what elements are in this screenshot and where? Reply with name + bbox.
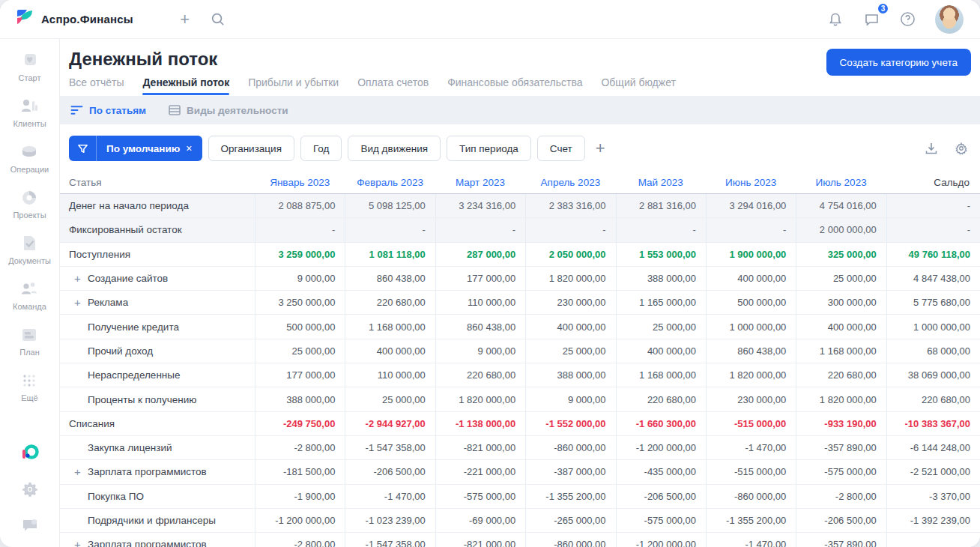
sidebar-item-documents[interactable]: Документы [8, 234, 51, 265]
tab-report[interactable]: Прибыли и убытки [248, 76, 339, 94]
column-header-article[interactable]: Статья [60, 177, 255, 188]
cell-saldo-value: 38 069 000,00 [886, 363, 980, 387]
cell-month-value: 9 000,00 [525, 387, 615, 411]
search-icon[interactable] [205, 7, 231, 32]
cell-month-value: 25 000,00 [616, 315, 706, 338]
table-row[interactable]: Списания-249 750,00-2 944 927,00-1 138 0… [60, 412, 980, 436]
table-row[interactable]: Фиксированный остаток------2 000 000,00- [60, 218, 980, 242]
cell-month-value: -1 023 239,00 [345, 509, 435, 532]
table-row[interactable]: Поступления3 259 000,001 081 118,00287 0… [60, 243, 980, 267]
sidebar-item-operations[interactable]: Операции [8, 142, 51, 174]
create-plus-icon[interactable]: + [172, 7, 198, 32]
table-row[interactable]: +Реклама3 250 000,00220 680,00110 000,00… [60, 291, 980, 315]
cell-month-value: -1 138 000,00 [435, 412, 525, 435]
cell-month-value: 1 000 000,00 [706, 315, 796, 338]
brand[interactable]: Аспро.Финансы [15, 8, 133, 31]
table-row[interactable]: +Зарплата программистов-181 500,00-206 5… [60, 460, 980, 484]
table-row[interactable]: Закупка лицензий-2 800,00-1 547 358,00-8… [60, 436, 980, 460]
sidebar-item-team[interactable]: Команда [8, 279, 51, 311]
sidebar-item-more-grid[interactable]: Ещё [8, 371, 51, 402]
notifications-bell-icon[interactable] [823, 7, 848, 32]
help-icon[interactable] [895, 7, 920, 32]
filter-chip[interactable]: Вид движения [348, 136, 441, 161]
cell-saldo-value: -2 521 000,00 [886, 460, 980, 483]
subtab-label: По статьям [89, 105, 146, 116]
cell-month-value: -860 000,00 [525, 436, 615, 459]
table-row[interactable]: Проценты к получению388 000,0025 000,001… [60, 387, 980, 411]
filter-chip[interactable]: Организация [208, 136, 294, 161]
support-chat-icon[interactable] [20, 516, 40, 535]
cell-month-value: 325 000,00 [796, 243, 886, 266]
tab-report[interactable]: Общий бюджет [601, 76, 675, 94]
cell-saldo-value: - [886, 218, 980, 241]
table-row[interactable]: Прочий доход25 000,00400 000,009 000,002… [60, 339, 980, 363]
sidebar-item-clients[interactable]: Клиенты [8, 97, 51, 128]
expand-plus-icon[interactable]: + [74, 296, 88, 309]
expand-plus-icon[interactable]: + [74, 465, 88, 478]
cell-month-value: 287 000,00 [435, 243, 525, 266]
team-icon [19, 279, 39, 299]
column-header-month[interactable]: Март 2023 [435, 177, 525, 188]
cell-month-value: - [525, 218, 615, 241]
cell-month-value: 388 000,00 [616, 267, 706, 290]
download-icon[interactable] [925, 142, 938, 155]
column-header-saldo[interactable]: Сальдо [886, 177, 980, 188]
cell-month-value: -357 890,00 [796, 533, 886, 547]
cell-month-value: 1 820 000,00 [525, 267, 615, 290]
active-filter-chip[interactable]: По умолчанию × [69, 136, 202, 161]
table-settings-gear-icon[interactable] [955, 142, 968, 155]
user-avatar[interactable] [935, 5, 964, 34]
sidebar-item-start[interactable]: Старт [8, 51, 51, 82]
cell-month-value: 220 680,00 [616, 387, 706, 411]
app-window: Аспро.Финансы + 3 СтартКлиентыОперацииПр… [0, 0, 980, 547]
cell-month-value: 25 000,00 [796, 267, 886, 290]
cell-month-value: 110 000,00 [435, 291, 525, 314]
table-row[interactable]: +Создание сайтов9 000,00860 438,00177 00… [60, 267, 980, 291]
messages-chat-icon[interactable]: 3 [859, 7, 884, 32]
projects-icon [19, 188, 39, 208]
table-row[interactable]: Получение кредита500 000,001 168 000,008… [60, 315, 980, 339]
clients-icon [19, 97, 39, 116]
column-header-month[interactable]: Июль 2023 [796, 177, 886, 188]
settings-gear-icon[interactable] [20, 480, 40, 499]
tab-report[interactable]: Оплата счетов [357, 76, 429, 94]
table-row[interactable]: +Зарплата программистов-2 800,00-1 547 3… [60, 533, 980, 547]
subtab-by-articles[interactable]: По статьям [70, 105, 146, 116]
create-category-button[interactable]: Создать категорию учета [826, 49, 971, 76]
sidebar-item-plan[interactable]: План [8, 325, 51, 357]
column-header-month[interactable]: Июнь 2023 [706, 177, 796, 188]
expand-plus-icon[interactable]: + [74, 272, 88, 285]
expand-plus-icon[interactable]: + [74, 538, 88, 547]
filter-chip[interactable]: Тип периода [447, 136, 531, 161]
column-header-month[interactable]: Май 2023 [616, 177, 706, 188]
table-row[interactable]: Денег на начало периода2 088 875,005 098… [60, 194, 980, 218]
cell-saldo-value: -10 383 367,00 [886, 412, 980, 435]
row-label: Покупка ПО [88, 491, 144, 502]
main-content: Денежный поток Создать категорию учета В… [60, 39, 980, 547]
tab-report[interactable]: Финансовые обязательства [447, 76, 582, 94]
table-row[interactable]: Подрядчики и фрилансеры-1 200 000,00-1 0… [60, 509, 980, 533]
cell-month-value: 177 000,00 [435, 267, 525, 290]
subtab-activity-types[interactable]: Виды деятельности [169, 105, 288, 116]
aspro-product-logo-icon[interactable] [20, 444, 40, 463]
cell-month-value: -575 000,00 [796, 460, 886, 483]
filter-chip[interactable]: Год [300, 136, 342, 161]
table-row[interactable]: Нераспределенные177 000,00110 000,00220 … [60, 363, 980, 387]
sidebar-item-projects[interactable]: Проекты [8, 188, 51, 220]
cell-month-value: - [435, 218, 525, 241]
sidebar-item-label: Ещё [21, 393, 38, 402]
table-header-row: Статья Январь 2023Февраль 2023Март 2023А… [60, 171, 980, 194]
column-header-month[interactable]: Февраль 2023 [345, 177, 435, 188]
tab-active[interactable]: Денежный поток [142, 76, 229, 94]
cell-month-value: - [616, 218, 706, 241]
tab-report[interactable]: Все отчёты [69, 76, 124, 94]
cell-month-value: 500 000,00 [255, 315, 345, 338]
cell-month-value: -265 000,00 [525, 509, 615, 532]
add-filter-icon[interactable]: + [596, 140, 605, 157]
table-row[interactable]: Покупка ПО-1 900,00-1 470,00-575 000,00-… [60, 485, 980, 509]
filter-chip[interactable]: Счет [537, 136, 585, 161]
column-header-month[interactable]: Январь 2023 [255, 177, 345, 188]
clear-filter-icon[interactable]: × [186, 142, 202, 154]
column-header-month[interactable]: Апрель 2023 [525, 177, 615, 188]
brand-logo-icon [15, 8, 34, 31]
